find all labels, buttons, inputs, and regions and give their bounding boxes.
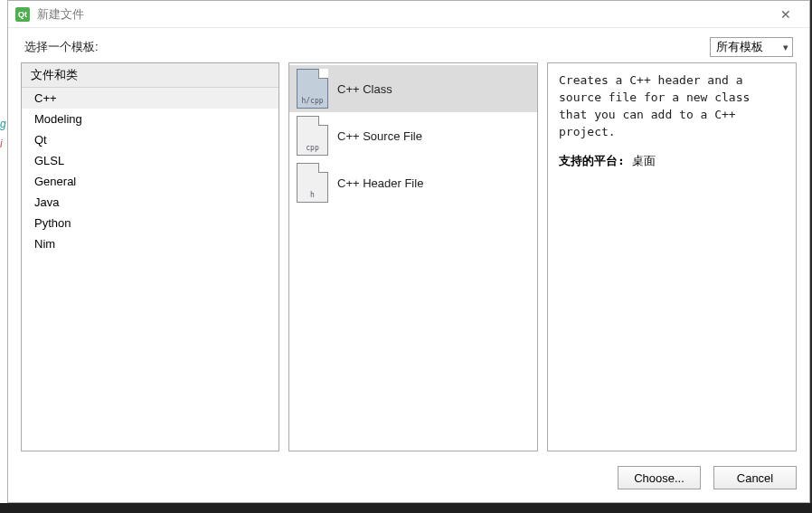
category-item-nim[interactable]: Nim — [22, 233, 279, 254]
editor-gutter: g i — [0, 0, 7, 503]
new-file-dialog: Qt 新建文件 ✕ 选择一个模板: 所有模板 文件和类 C++ Modeling… — [7, 0, 810, 503]
ide-statusbar — [0, 503, 812, 513]
template-label: C++ Class — [337, 82, 392, 96]
template-label: C++ Header File — [337, 176, 423, 190]
description-text: Creates a C++ header and a source file f… — [559, 72, 785, 140]
file-icon: cpp — [297, 116, 328, 156]
choose-button[interactable]: Choose... — [618, 466, 701, 489]
description-pane: Creates a C++ header and a source file f… — [547, 62, 797, 451]
prompt-label: 选择一个模板: — [24, 39, 99, 55]
gutter-mark: i — [0, 138, 3, 150]
template-item-cpp-class[interactable]: h/cpp C++ Class — [289, 65, 537, 112]
template-pane: h/cpp C++ Class cpp C++ Source File h C+… — [288, 62, 538, 451]
cancel-button[interactable]: Cancel — [713, 466, 797, 489]
topbar: 选择一个模板: 所有模板 — [8, 28, 809, 62]
platform-label: 支持的平台: — [559, 154, 625, 167]
file-icon: h/cpp — [297, 69, 328, 109]
qt-icon: Qt — [15, 7, 30, 22]
buttonbar: Choose... Cancel — [8, 459, 809, 502]
category-pane: 文件和类 C++ Modeling Qt GLSL General Java P… — [21, 62, 279, 451]
template-label: C++ Source File — [337, 129, 422, 143]
titlebar: Qt 新建文件 ✕ — [8, 1, 809, 28]
window-title: 新建文件 — [37, 6, 770, 23]
file-icon: h — [297, 163, 328, 203]
category-header: 文件和类 — [22, 63, 279, 88]
category-item-python[interactable]: Python — [22, 213, 279, 233]
category-item-general[interactable]: General — [22, 171, 279, 192]
category-item-qt[interactable]: Qt — [22, 129, 279, 150]
template-filter-dropdown[interactable]: 所有模板 — [710, 37, 793, 57]
gutter-mark: g — [0, 118, 6, 130]
category-item-modeling[interactable]: Modeling — [22, 109, 279, 129]
close-icon[interactable]: ✕ — [770, 2, 802, 27]
category-item-java[interactable]: Java — [22, 192, 279, 213]
category-item-glsl[interactable]: GLSL — [22, 150, 279, 171]
platform-line: 支持的平台: 桌面 — [559, 153, 785, 170]
template-item-cpp-header[interactable]: h C++ Header File — [289, 159, 537, 206]
dialog-body: 文件和类 C++ Modeling Qt GLSL General Java P… — [8, 62, 809, 459]
category-item-cpp[interactable]: C++ — [22, 88, 279, 109]
template-item-cpp-source[interactable]: cpp C++ Source File — [289, 112, 537, 159]
platform-value: 桌面 — [632, 154, 656, 167]
filter-selected-value: 所有模板 — [716, 39, 763, 55]
